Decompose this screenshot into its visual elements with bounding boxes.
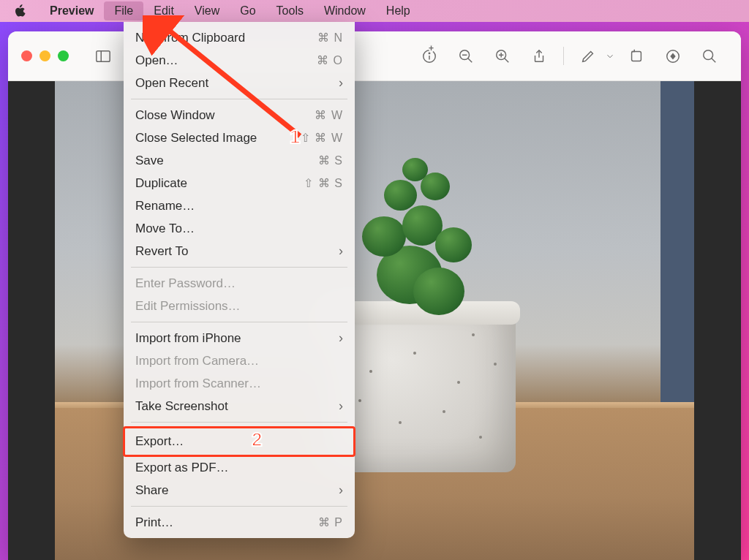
menubar: Preview File Edit View Go Tools Window H… <box>0 0 749 22</box>
minimize-window-button[interactable] <box>39 50 50 61</box>
menu-item-label: Close Window <box>135 108 315 123</box>
menubar-item-window[interactable]: Window <box>314 1 376 20</box>
menubar-item-edit[interactable]: Edit <box>143 1 184 20</box>
menubar-item-file[interactable]: File <box>104 1 143 20</box>
svg-rect-0 <box>97 50 110 61</box>
menu-item-edit-permissions: Edit Permissions… <box>124 295 355 317</box>
menu-item-close-window[interactable]: Close Window⌘ W <box>124 104 355 126</box>
menu-item-label: Print… <box>135 515 318 530</box>
menu-item-label: Import from iPhone <box>135 331 334 346</box>
fullscreen-window-button[interactable] <box>58 50 69 61</box>
file-menu-dropdown: New from Clipboard⌘ NOpen…⌘ OOpen Recent… <box>124 22 355 538</box>
chevron-right-icon: › <box>334 398 343 414</box>
menu-item-rename[interactable]: Rename… <box>124 194 355 217</box>
menu-item-import-from-scanner: Import from Scanner… <box>124 372 355 395</box>
menu-separator <box>131 99 347 99</box>
menu-item-open[interactable]: Open…⌘ O <box>124 49 355 72</box>
menu-item-label: Close Selected Image <box>135 131 301 145</box>
window-controls <box>21 50 69 61</box>
menu-item-new-from-clipboard[interactable]: New from Clipboard⌘ N <box>124 26 355 49</box>
svg-rect-12 <box>632 51 641 61</box>
menu-item-export-as-pdf[interactable]: Export as PDF… <box>124 456 355 479</box>
menu-item-open-recent[interactable]: Open Recent› <box>124 72 355 94</box>
menubar-item-tools[interactable]: Tools <box>266 1 314 20</box>
chevron-right-icon: › <box>334 330 343 346</box>
search-icon[interactable] <box>699 45 720 67</box>
apple-logo-icon <box>13 4 26 18</box>
chevron-right-icon: › <box>334 243 343 259</box>
menu-item-take-screenshot[interactable]: Take Screenshot› <box>124 395 355 417</box>
menu-item-label: Take Screenshot <box>135 399 334 414</box>
share-icon[interactable] <box>528 45 550 67</box>
menu-item-label: Duplicate <box>135 176 304 191</box>
menu-shortcut: ⇧ ⌘ W <box>301 131 343 145</box>
menu-separator <box>131 322 347 322</box>
menu-item-label: Move To… <box>135 222 343 236</box>
menu-shortcut: ⌘ N <box>317 31 343 45</box>
svg-line-9 <box>505 58 509 62</box>
menu-item-label: Edit Permissions… <box>135 299 343 314</box>
menubar-item-view[interactable]: View <box>184 1 230 20</box>
chevron-right-icon: › <box>334 483 343 498</box>
menu-item-import-from-iphone[interactable]: Import from iPhone› <box>124 327 355 349</box>
chevron-down-icon[interactable] <box>603 45 617 67</box>
rotate-icon[interactable] <box>625 45 647 67</box>
menu-item-label: Rename… <box>135 199 343 213</box>
menu-item-label: Revert To <box>135 244 334 259</box>
menu-item-share[interactable]: Share› <box>124 479 355 502</box>
menu-shortcut: ⌘ W <box>315 108 343 122</box>
menu-item-label: Save <box>135 154 318 168</box>
zoom-in-icon[interactable] <box>492 45 513 67</box>
annotation-step-1: 1 <box>290 126 300 148</box>
svg-line-6 <box>468 58 473 62</box>
markup-icon[interactable] <box>577 45 599 67</box>
info-icon[interactable]: + <box>418 45 440 67</box>
menu-item-label: Export… <box>135 434 343 449</box>
menu-shortcut: ⌘ O <box>317 53 343 67</box>
menu-item-close-selected-image[interactable]: Close Selected Image⇧ ⌘ W <box>124 126 355 149</box>
chevron-right-icon: › <box>334 75 343 91</box>
menubar-item-go[interactable]: Go <box>230 1 266 20</box>
menu-item-export[interactable]: Export… <box>124 427 355 456</box>
menu-shortcut: ⇧ ⌘ S <box>304 176 343 190</box>
menu-item-save[interactable]: Save⌘ S <box>124 149 355 172</box>
menu-item-label: New from Clipboard <box>135 31 317 45</box>
annotation-step-2: 2 <box>252 428 262 451</box>
menu-shortcut: ⌘ P <box>318 515 343 529</box>
menu-separator <box>131 267 347 268</box>
menu-item-revert-to[interactable]: Revert To› <box>124 240 355 262</box>
menubar-item-help[interactable]: Help <box>376 1 421 20</box>
zoom-out-icon[interactable] <box>455 45 477 67</box>
sidebar-icon[interactable] <box>92 45 114 67</box>
menu-item-print[interactable]: Print…⌘ P <box>124 511 355 534</box>
menu-item-import-from-camera: Import from Camera… <box>124 349 355 372</box>
menu-item-label: Share <box>135 483 334 498</box>
highlight-icon[interactable] <box>662 45 684 67</box>
menu-item-label: Enter Password… <box>135 276 343 291</box>
menubar-app-name[interactable]: Preview <box>39 1 104 20</box>
menu-separator <box>131 422 347 423</box>
preview-window: + <box>8 31 741 560</box>
menu-shortcut: ⌘ S <box>318 154 343 167</box>
titlebar: + <box>8 31 741 81</box>
menu-item-move-to[interactable]: Move To… <box>124 217 355 240</box>
menu-separator <box>131 506 347 507</box>
menu-item-label: Import from Scanner… <box>135 377 343 391</box>
menu-item-label: Import from Camera… <box>135 354 343 368</box>
svg-line-15 <box>712 58 716 62</box>
menu-item-label: Export as PDF… <box>135 461 343 475</box>
menu-item-label: Open Recent <box>135 76 334 91</box>
close-window-button[interactable] <box>21 50 32 61</box>
svg-point-14 <box>704 50 713 59</box>
menu-item-enter-password: Enter Password… <box>124 272 355 295</box>
toolbar-divider <box>563 47 564 65</box>
menu-item-label: Open… <box>135 53 317 68</box>
menu-item-duplicate[interactable]: Duplicate⇧ ⌘ S <box>124 172 355 194</box>
image-viewport <box>8 81 741 560</box>
